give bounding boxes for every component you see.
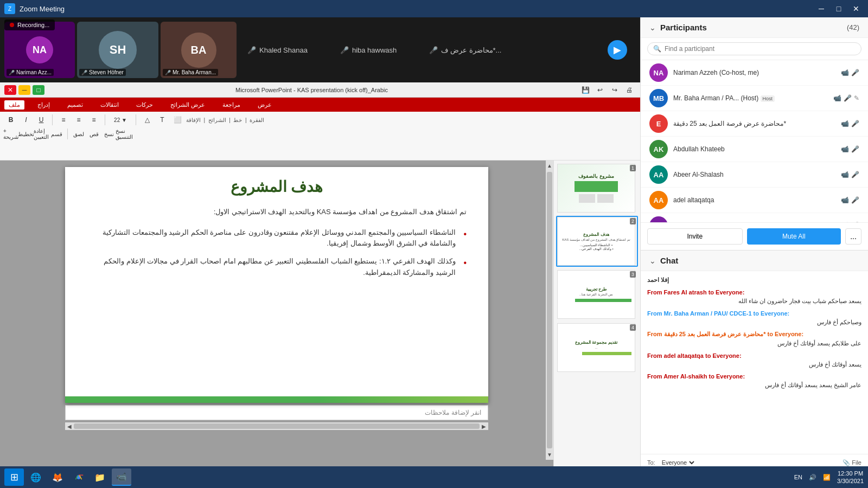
search-icon: 🔍	[653, 45, 661, 53]
slide-thumb-3[interactable]: 3 طرح تجريبية نص التجربة الفرعية هنا...	[556, 269, 638, 320]
ppt-redo-icon[interactable]: ↪	[608, 84, 621, 96]
ribbon-tab-file[interactable]: ملف	[4, 100, 24, 110]
taskbar: ⊞ 🌐 🦊 📁 📹 EN 🔊 📶 12:30 PM 3/30/2021	[0, 466, 868, 488]
tb-copy[interactable]: نسخ	[103, 128, 116, 140]
participants-search: 🔍	[641, 38, 868, 60]
minimize-button[interactable]: ─	[814, 3, 829, 15]
ppt-save-icon[interactable]: 💾	[579, 84, 592, 96]
tb-section[interactable]: قسم	[50, 128, 63, 140]
avatar-steven: SH	[99, 31, 137, 69]
chat-text: عامر الشيخ يسعد يسعد أوقاتك أخ فارس	[647, 381, 861, 390]
chat-to-row: To: Everyone 📎 File	[647, 459, 861, 466]
ppt-undo-icon[interactable]: ↩	[593, 84, 607, 96]
chat-message-amer: From Amer Al-shaikh to Everyone: عامر ال…	[647, 373, 861, 390]
tb-format-painter[interactable]: نسخ التنسيق	[118, 128, 131, 140]
chat-message-ifla: إفلا احمد	[647, 277, 861, 285]
horizontal-scrollbar[interactable]: ◀ ▶	[65, 422, 488, 430]
participants-section: ⌄ Participants (42) 🔍 NA Nariman Azzeh (…	[641, 17, 868, 251]
tb-reset[interactable]: إعادة التعيين	[35, 128, 48, 140]
ppt-close-button[interactable]: ✕	[4, 85, 16, 95]
participants-chevron-icon[interactable]: ⌄	[649, 23, 656, 32]
tb-align-center[interactable]: ≡	[72, 114, 85, 126]
close-button[interactable]: ✕	[848, 3, 864, 15]
main-container: Recording... NA 🎤 Nariman Azz... SH	[0, 17, 868, 488]
list-item: E محاضرة عرض فرصة العمل بعد 25 دقيقة* 📹 …	[641, 111, 868, 137]
tb-align-right[interactable]: ≡	[87, 114, 100, 126]
taskbar-chrome[interactable]	[69, 468, 88, 486]
ribbon-tab-animations[interactable]: حركات	[132, 100, 157, 110]
taskbar-ie[interactable]: 🌐	[26, 468, 46, 486]
vertical-scrollbar[interactable]: ▲ ▼	[546, 160, 553, 460]
app-icon: Z	[4, 3, 15, 14]
participant-badges: 📹 🎤	[841, 120, 859, 127]
slide-bullet-1: الناشطاء السياسيين والمجتمع المدني ووسائ…	[87, 224, 467, 253]
ppt-minimize-button[interactable]: ─	[18, 85, 30, 95]
taskbar-firefox[interactable]: 🦊	[48, 468, 67, 486]
taskbar-explorer[interactable]: 📁	[90, 468, 110, 486]
invite-button[interactable]: Invite	[647, 228, 743, 245]
chat-section: ⌄ Chat إفلا احمد From Fares Al atrash to…	[641, 251, 868, 488]
chat-to-select[interactable]: Everyone	[660, 459, 696, 466]
video-off-icon: 📹	[841, 120, 849, 127]
tb-smartart[interactable]: ⬜	[171, 114, 184, 126]
slide-thumb-2[interactable]: 2 هدف المشروع تم اشتقاق هدف المشروع من ا…	[556, 216, 638, 267]
ribbon-tab-review[interactable]: مراجعة	[218, 100, 245, 110]
ppt-main: ▲ ▼ هدف المشروع تم اشتقاق هدف المشروع من…	[0, 160, 640, 475]
view-more-button[interactable]: ▶	[608, 40, 627, 60]
video-tile-steven[interactable]: SH 🎤 Steven Höfner	[77, 22, 158, 78]
start-button[interactable]: ⊞	[4, 468, 24, 486]
slide-edit-area: ▲ ▼ هدف المشروع تم اشتقاق هدف المشروع من…	[0, 160, 553, 475]
tb-underline[interactable]: U	[35, 114, 48, 126]
slide-thumb-1[interactable]: 1 مشروع بالصفوف	[556, 163, 638, 214]
tb-text-box[interactable]: T	[156, 114, 169, 126]
ribbon-tab-transitions[interactable]: انتقالات	[96, 100, 123, 110]
tb-font-size[interactable]: 22 ▼	[110, 114, 131, 126]
list-item: AA Abeer Al-Shalash 📹 🎤	[641, 162, 868, 188]
ppt-print-icon[interactable]: 🖨	[623, 84, 636, 96]
list-item: NA Nariman Azzeh (Co-host, me) 📹 🎤	[641, 60, 868, 86]
participant-search-input[interactable]	[665, 45, 856, 53]
slide-bullet-2: وكذلك الهدف الفرعي ١.٢: يستطيع الشباب ال…	[87, 253, 467, 282]
tb-new-slide[interactable]: + شريحة	[4, 128, 17, 140]
tb-cut[interactable]: قص	[87, 128, 100, 140]
taskbar-system-tray: EN 🔊 📶 12:30 PM 3/30/2021	[794, 470, 864, 485]
maximize-button[interactable]: □	[831, 3, 846, 15]
ribbon-tab-slideshow[interactable]: عرض الشرائح	[166, 100, 209, 110]
slide-canvas[interactable]: هدف المشروع تم اشتقاق هدف المشروع من اهد…	[65, 167, 488, 403]
tb-align-left[interactable]: ≡	[57, 114, 70, 126]
ppt-title-bar: ✕ ─ □ Microsoft PowerPoint - KAS present…	[0, 82, 640, 98]
ribbon-tab-design[interactable]: تصميم	[63, 100, 87, 110]
tb-paste[interactable]: لصق	[72, 128, 85, 140]
list-item: MB Mr. Baha Arman / PA... (Host) Host 📹 …	[641, 86, 868, 111]
slide-preview-1: مشروع بالصفوف	[557, 164, 635, 213]
tb-italic[interactable]: I	[20, 114, 33, 126]
taskbar-zoom[interactable]: 📹	[112, 468, 131, 486]
tb-shapes[interactable]: △	[141, 114, 154, 126]
tile-name-baha: 🎤 Mr. Baha Arman...	[163, 69, 218, 76]
mic-icon-baha: 🎤	[165, 70, 171, 75]
avatar: NA	[649, 63, 668, 82]
search-input-wrap: 🔍	[647, 42, 861, 55]
mute-all-button[interactable]: Mute All	[747, 228, 841, 245]
ribbon-tab-insert[interactable]: إدراج	[33, 100, 54, 110]
file-icon: 📎	[843, 459, 850, 466]
toolbar-divider	[52, 114, 53, 125]
toolbar-divider-2	[105, 114, 105, 125]
chat-header: ⌄ Chat	[641, 251, 868, 271]
khaled-mic-icon: 🎤	[247, 46, 256, 54]
text-participants: 🎤 Khaled Shanaa 🎤 hiba hawwash 🎤 محاضرة …	[239, 40, 636, 60]
ppt-maximize-button[interactable]: □	[33, 85, 44, 95]
slide-thumb-4[interactable]: 4 تقديم مجموعة المشروع ...	[556, 322, 638, 373]
slide-bottom-bar	[65, 396, 488, 403]
more-options-button[interactable]: ...	[845, 228, 861, 245]
chat-file-button[interactable]: 📎 File	[843, 459, 861, 466]
tb-layout[interactable]: تخطيط	[20, 128, 33, 140]
participants-count: (42)	[847, 23, 859, 31]
slide-notes-bar[interactable]: انقر لإضافة ملاحظات	[65, 405, 488, 420]
chat-chevron-icon[interactable]: ⌄	[649, 256, 656, 265]
participant-name: محاضرة عرض فرصة العمل بعد 25 دقيقة*	[673, 120, 835, 127]
ribbon-tab-view[interactable]: عرض	[253, 100, 276, 110]
video-tile-baha[interactable]: BA 🎤 Mr. Baha Arman...	[161, 22, 237, 78]
title-bar: Z Zoom Meeting ─ □ ✕	[0, 0, 868, 17]
tb-bold[interactable]: B	[4, 114, 17, 126]
